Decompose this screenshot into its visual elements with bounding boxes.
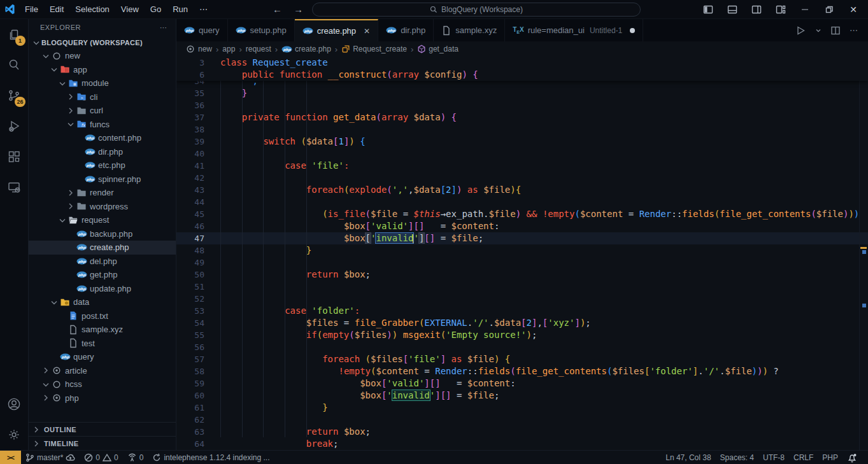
code-line-39[interactable]: 39 switch ($data[1]) {	[176, 136, 868, 148]
code-editor[interactable]: 3class Request_create6 public function _…	[176, 57, 868, 450]
code-line-49[interactable]: 49	[176, 257, 868, 269]
tree-item-request[interactable]: request	[29, 213, 176, 227]
sticky-scroll[interactable]: 3class Request_create6 public function _…	[176, 57, 868, 81]
breadcrumb-item-Request_create[interactable]: Request_create	[341, 45, 407, 53]
code-line-59[interactable]: 59 $box['valid'][] = $content:	[176, 377, 868, 390]
command-center-search[interactable]: BlogQuery (Workspace)	[312, 3, 641, 17]
tree-item-sample-xyz[interactable]: sample.xyz	[29, 323, 176, 337]
tree-item-php[interactable]: php	[29, 391, 176, 405]
menu-[interactable]: ⋯	[194, 4, 213, 14]
breadcrumb-item-request[interactable]: request	[246, 45, 271, 53]
more-actions-button[interactable]: ⋯	[850, 25, 859, 35]
extensions-icon[interactable]	[0, 141, 29, 172]
accounts-icon[interactable]	[0, 389, 29, 419]
status-ports[interactable]: 0	[123, 451, 148, 464]
code-line-34[interactable]: 34 ,	[176, 81, 868, 87]
status-remote-indicator[interactable]: ><	[0, 451, 21, 464]
code-line-55[interactable]: 55 if(empty($files)) msgexit('Empty sour…	[176, 329, 868, 341]
explorer-more-icon[interactable]: ⋯	[160, 24, 168, 32]
tree-item-test[interactable]: test	[29, 337, 176, 351]
sidebar-section-outline[interactable]: OUTLINE	[29, 422, 176, 436]
menu-go[interactable]: Go	[145, 4, 167, 14]
tab-dir-php[interactable]: phpdir.php	[378, 19, 434, 41]
code-line-48[interactable]: 48 }	[176, 244, 868, 257]
sidebar-section-timeline[interactable]: TIMELINE	[29, 436, 176, 450]
tree-item-curl[interactable]: curl	[29, 104, 176, 118]
code-line-52[interactable]: 52	[176, 293, 868, 305]
code-line-37[interactable]: 37 private function get_data(array $data…	[176, 111, 868, 123]
tab-setup-php[interactable]: phpsetup.php	[228, 19, 295, 41]
status-encoding[interactable]: UTF-8	[758, 453, 789, 462]
code-line-42[interactable]: 42	[176, 172, 868, 184]
status-indentation[interactable]: Spaces: 4	[716, 453, 758, 462]
breadcrumb-item-create-php[interactable]: phpcreate.php	[281, 44, 331, 55]
tree-item-module[interactable]: module	[29, 76, 176, 90]
status-notifications[interactable]	[843, 453, 862, 463]
code-line-41[interactable]: 41 case 'file':	[176, 160, 868, 172]
status-cursor-position[interactable]: Ln 47, Col 38	[661, 453, 715, 462]
code-line-6[interactable]: 6 public function __construct(array $con…	[176, 69, 868, 81]
code-line-58[interactable]: 58 !empty($content = Render::fields(file…	[176, 365, 868, 377]
code-line-60[interactable]: 60 $box['invalid'][] = $file;	[176, 390, 868, 402]
tree-item-backup-php[interactable]: phpbackup.php	[29, 227, 176, 241]
code-line-64[interactable]: 64 break;	[176, 438, 868, 450]
code-line-3[interactable]: 3class Request_create	[176, 57, 868, 69]
minimize-button[interactable]	[794, 0, 816, 19]
layout-sidebar-icon[interactable]	[697, 0, 719, 19]
code-line-45[interactable]: 45 (is_file($file = $this→ex_path.$file)…	[176, 208, 868, 220]
tree-item-dir-php[interactable]: phpdir.php	[29, 145, 176, 159]
status-problems[interactable]: 00	[80, 451, 122, 464]
status-language-status[interactable]: intelephense 1.12.4 indexing ...	[148, 451, 274, 464]
menu-edit[interactable]: Edit	[44, 4, 69, 14]
nav-forward-icon[interactable]: →	[291, 4, 306, 15]
tab-create-php[interactable]: phpcreate.php✕	[295, 19, 379, 41]
overview-ruler[interactable]	[859, 57, 868, 450]
close-button[interactable]: ✕	[843, 0, 864, 19]
menu-run[interactable]: Run	[167, 4, 194, 14]
split-editor-button[interactable]	[830, 25, 841, 36]
code-line-36[interactable]: 36	[176, 99, 868, 111]
tree-item-content-php[interactable]: phpcontent.php	[29, 131, 176, 145]
tree-item-funcs[interactable]: fxfuncs	[29, 118, 176, 132]
tree-item-render[interactable]: render	[29, 186, 176, 200]
customize-layout-icon[interactable]	[770, 0, 792, 19]
layout-secondary-sidebar-icon[interactable]	[746, 0, 767, 19]
code-line-62[interactable]: 62	[176, 414, 868, 426]
code-line-51[interactable]: 51	[176, 281, 868, 293]
close-icon[interactable]: ✕	[364, 27, 370, 36]
restore-button[interactable]	[818, 0, 840, 19]
tree-item-hcss[interactable]: hcss	[29, 377, 176, 391]
breadcrumb-item-get_data[interactable]: get_data	[417, 45, 459, 53]
settings-icon[interactable]	[0, 419, 29, 450]
code-line-53[interactable]: 53 case 'folder':	[176, 305, 868, 317]
tree-item-update-php[interactable]: phpupdate.php	[29, 282, 176, 296]
search-icon[interactable]	[0, 50, 29, 80]
tree-item-post-txt[interactable]: post.txt	[29, 309, 176, 323]
code-line-47[interactable]: 47 $box['invalid'][] = $file;	[176, 232, 868, 244]
tree-item-new[interactable]: new	[29, 49, 176, 63]
menu-view[interactable]: View	[115, 4, 145, 14]
code-line-54[interactable]: 54 $files = file_Grabber(EXTERNAL.'/'.$d…	[176, 317, 868, 329]
tree-item-cli[interactable]: >_cli	[29, 90, 176, 104]
menu-selection[interactable]: Selection	[69, 4, 115, 14]
status-language-mode[interactable]: PHP	[818, 453, 843, 462]
tree-item-get-php[interactable]: phpget.php	[29, 268, 176, 282]
tree-item-wordpress[interactable]: wordpress	[29, 200, 176, 214]
tree-item-create-php[interactable]: phpcreate.php	[29, 241, 176, 255]
code-line-57[interactable]: 57 foreach ($files['file'] as $file) {	[176, 353, 868, 365]
run-dropdown[interactable]	[815, 27, 822, 34]
code-line-40[interactable]: 40	[176, 148, 868, 160]
breadcrumb-item-new[interactable]: new	[185, 44, 212, 54]
tree-item-article[interactable]: article	[29, 364, 176, 378]
remote-explorer-icon[interactable]	[0, 172, 29, 202]
code-line-46[interactable]: 46 $box['valid'][] = $content:	[176, 220, 868, 232]
menu-file[interactable]: File	[19, 4, 44, 14]
code-line-63[interactable]: 63 return $box;	[176, 426, 868, 438]
status-git-branch[interactable]: master*	[21, 451, 80, 464]
tree-item-app[interactable]: app	[29, 63, 176, 77]
tree-item-etc-php[interactable]: phpetc.php	[29, 158, 176, 172]
source-control-icon[interactable]: 26	[0, 80, 29, 111]
modified-dot-icon[interactable]	[630, 28, 635, 33]
run-debug-icon[interactable]	[0, 111, 29, 141]
code-line-38[interactable]: 38	[176, 123, 868, 136]
